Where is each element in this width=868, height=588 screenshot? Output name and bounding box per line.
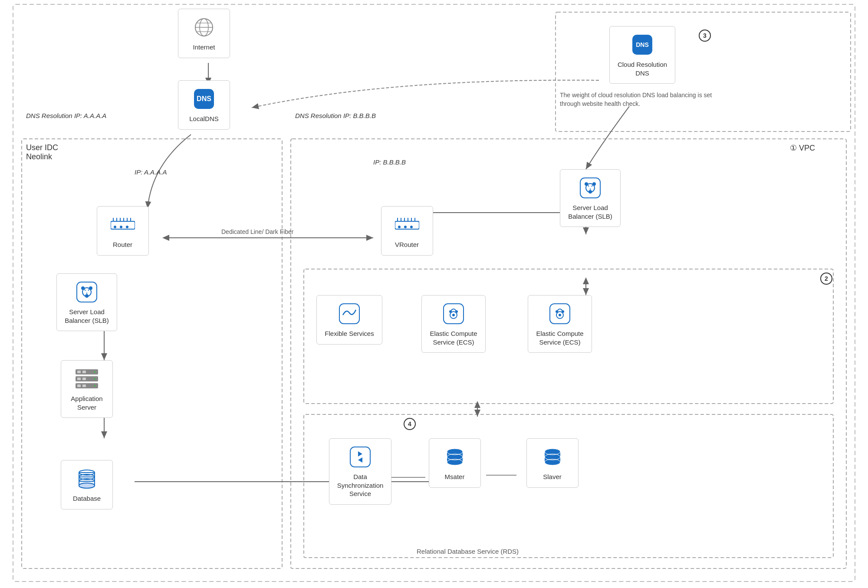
flexible-services-box: Flexible Services: [316, 295, 382, 345]
database-icon: [75, 466, 99, 491]
data-sync-icon: [348, 445, 372, 469]
cloud-dns-box: DNS Cloud ResolutionDNS: [609, 26, 675, 84]
ecs2-label: Elastic ComputeService (ECS): [536, 329, 583, 346]
slb-left-icon: [75, 280, 99, 304]
localdns-box: DNS LocalDNS: [178, 80, 230, 130]
svg-point-87: [94, 385, 95, 387]
app-server-box: ApplicationServer: [61, 360, 113, 418]
ecs1-box: Elastic ComputeService (ECS): [421, 295, 485, 353]
svg-text:DNS: DNS: [197, 95, 211, 102]
slaver-node: Slaver: [514, 438, 590, 488]
svg-point-85: [94, 371, 95, 373]
svg-point-75: [562, 310, 564, 313]
svg-point-74: [556, 310, 558, 313]
svg-point-73: [559, 314, 561, 316]
arrows-svg: [0, 0, 868, 588]
router-icon: [111, 213, 135, 237]
localdns-icon: DNS: [192, 87, 216, 111]
svg-point-70: [455, 310, 458, 313]
circle-3: 3: [699, 30, 711, 42]
cloud-dns-icon: DNS: [630, 33, 654, 57]
ecs2-box: Elastic ComputeService (ECS): [528, 295, 592, 353]
svg-point-68: [452, 314, 455, 316]
data-sync-box: DataSynchronizationService: [329, 438, 392, 505]
svg-rect-49: [77, 282, 97, 302]
svg-point-36: [114, 226, 116, 228]
svg-text:DNS: DNS: [636, 41, 649, 48]
app-server-label: ApplicationServer: [71, 394, 102, 411]
flexible-services-label: Flexible Services: [325, 329, 374, 338]
svg-rect-80: [82, 371, 86, 373]
database-box: Database: [61, 460, 113, 509]
svg-point-37: [120, 226, 122, 228]
ecs1-node: Elastic ComputeService (ECS): [412, 295, 495, 353]
svg-rect-3: [13, 4, 855, 581]
slb-left-label: Server LoadBalancer (SLB): [65, 308, 109, 325]
circle-2: 2: [820, 273, 832, 285]
localdns-label: LocalDNS: [189, 115, 219, 123]
msater-box: Msater: [429, 438, 481, 488]
flexible-services-icon: [337, 302, 362, 326]
cloud-dns-note: The weight of cloud resolution DNS load …: [560, 91, 716, 108]
cloud-dns-node: DNS Cloud ResolutionDNS: [603, 26, 681, 84]
ip-aaaa-label: IP: A.A.A.A: [135, 168, 167, 176]
database-node: Database: [48, 460, 126, 509]
slb-right-label: Server LoadBalancer (SLB): [568, 204, 612, 220]
rds-label: Relational Database Service (RDS): [417, 547, 519, 556]
cloud-dns-label: Cloud ResolutionDNS: [618, 60, 667, 77]
internet-node: Internet: [169, 9, 239, 58]
svg-point-61: [589, 190, 592, 194]
svg-point-53: [85, 294, 89, 298]
svg-point-48: [410, 226, 413, 228]
data-sync-label: DataSynchronizationService: [337, 473, 384, 498]
svg-line-63: [592, 185, 593, 187]
slaver-icon: [540, 445, 565, 469]
svg-line-54: [84, 289, 85, 291]
slb-right-node: Server LoadBalancer (SLB): [551, 169, 629, 227]
localdns-node: DNS LocalDNS: [169, 80, 239, 130]
slb-left-box: Server LoadBalancer (SLB): [56, 273, 117, 331]
diagram-container: Internet DNS LocalDNS DNS Cloud Resoluti…: [0, 0, 868, 588]
data-sync-node: DataSynchronizationService: [319, 438, 401, 505]
dedicated-line-label: Dedicated Line/ Dark Fiber: [221, 228, 294, 237]
slb-right-icon: [578, 176, 602, 200]
ip-bbbb-label: IP: B.B.B.B: [373, 158, 406, 166]
msater-icon: [443, 445, 467, 469]
svg-line-62: [588, 185, 589, 187]
database-label: Database: [73, 494, 101, 503]
svg-point-47: [404, 226, 407, 228]
internet-box: Internet: [178, 9, 230, 58]
svg-rect-82: [82, 378, 86, 380]
svg-rect-57: [580, 178, 600, 198]
internet-label: Internet: [193, 43, 215, 52]
ecs1-label: Elastic ComputeService (ECS): [430, 329, 477, 346]
slb-left-node: Server LoadBalancer (SLB): [48, 273, 126, 331]
svg-point-69: [449, 310, 452, 313]
router-node: Router: [87, 206, 158, 256]
ecs2-node: Elastic ComputeService (ECS): [519, 295, 601, 353]
flexible-services-node: Flexible Services: [308, 295, 391, 345]
app-server-icon: [75, 367, 99, 391]
svg-point-46: [398, 226, 401, 228]
router-box: Router: [97, 206, 149, 256]
svg-rect-84: [82, 384, 86, 387]
svg-point-95: [79, 483, 95, 488]
internet-icon: [192, 15, 216, 39]
app-server-node: ApplicationServer: [48, 360, 126, 418]
msater-label: Msater: [445, 473, 465, 481]
svg-line-55: [88, 289, 89, 291]
slb-right-box: Server LoadBalancer (SLB): [560, 169, 621, 227]
svg-point-86: [94, 378, 95, 380]
slaver-box: Slaver: [526, 438, 579, 488]
vrouter-icon: [395, 213, 419, 237]
ecs2-icon: [548, 302, 572, 326]
svg-point-38: [126, 226, 128, 228]
user-idc-label: User IDCNeolink: [26, 143, 58, 161]
svg-rect-96: [350, 447, 370, 467]
svg-rect-83: [77, 384, 81, 387]
vrouter-node: VRouter: [371, 206, 443, 256]
ecs1-icon: [441, 302, 466, 326]
vrouter-label: VRouter: [395, 240, 419, 249]
svg-rect-81: [77, 378, 81, 380]
dns-ip-b-label: DNS Resolution IP: B.B.B.B: [295, 112, 376, 119]
